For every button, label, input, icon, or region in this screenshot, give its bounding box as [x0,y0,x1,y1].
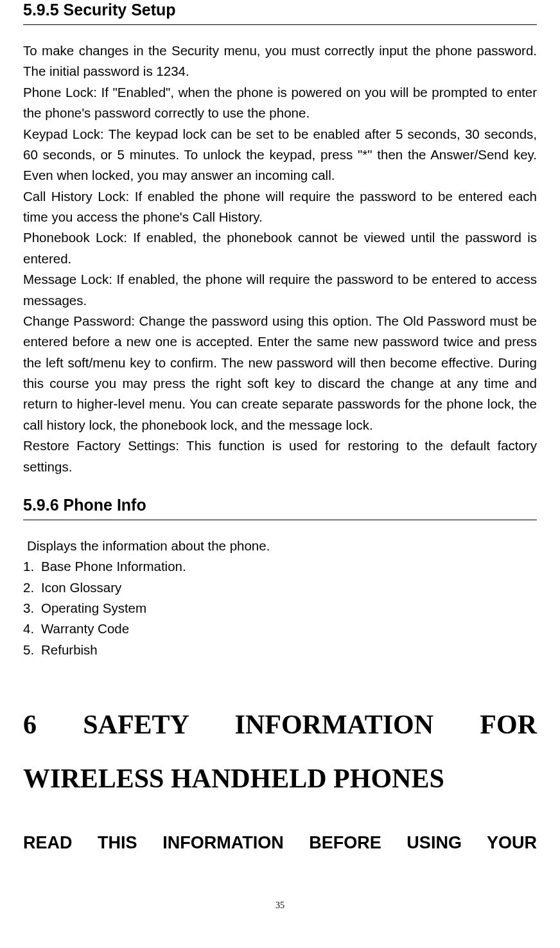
sub-heading: READ THIS INFORMATION BEFORE USING YOUR [23,831,537,856]
list-item: 4. Warranty Code [23,619,537,639]
list-number: 2. [23,577,41,598]
chapter-heading: 6 SAFETY INFORMATION FOR WIRELESS HANDHE… [23,698,537,805]
heading-rule-2 [23,520,537,520]
list-label: Icon Glossary [41,577,121,598]
list-label: Refurbish [41,640,98,660]
list-number: 5. [23,640,41,660]
list-label: Warranty Code [41,619,129,639]
phone-info-intro: Displays the information about the phone… [23,536,537,556]
list-label: Operating System [41,598,146,619]
chapter-heading-line1: 6 SAFETY INFORMATION FOR [23,710,537,739]
list-label: Base Phone Information. [41,556,186,577]
list-number: 3. [23,598,41,619]
security-setup-body: To make changes in the Security menu, yo… [23,40,537,477]
heading-rule [23,24,537,25]
chapter-heading-line2: WIRELESS HANDHELD PHONES [23,751,537,805]
list-item: 2. Icon Glossary [23,577,537,598]
list-number: 1. [23,556,41,577]
list-item: 3. Operating System [23,598,537,619]
list-item: 5. Refurbish [23,640,537,660]
phone-info-list: 1. Base Phone Information. 2. Icon Gloss… [23,556,537,660]
page-number: 35 [23,900,537,911]
heading-security-setup: 5.9.5 Security Setup [23,0,537,24]
list-number: 4. [23,619,41,639]
list-item: 1. Base Phone Information. [23,556,537,577]
heading-phone-info: 5.9.6 Phone Info [23,495,537,520]
